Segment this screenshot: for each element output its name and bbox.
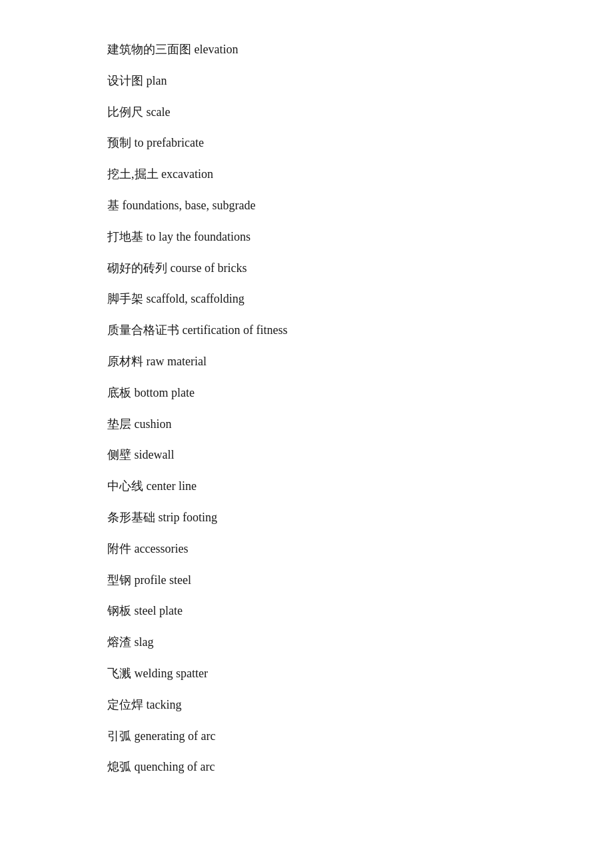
list-item: 飞溅 welding spatter [107,664,506,683]
list-item: 附件 accessories [107,539,506,559]
content-area: 建筑物的三面图 elevation设计图 plan比例尺 scale预制 to … [0,0,613,829]
term-english: welding spatter [135,667,208,680]
list-item: 设计图 plan [107,71,506,91]
list-item: 底板 bottom plate [107,383,506,403]
term-english: center line [147,479,197,493]
term-chinese: 飞溅 [107,667,131,680]
list-item: 型钢 profile steel [107,571,506,590]
term-chinese: 挖土,掘土 [107,167,159,181]
term-chinese: 原材料 [107,355,143,368]
term-chinese: 打地基 [107,230,143,243]
term-english: raw material [147,355,207,368]
list-item: 基 foundations, base, subgrade [107,196,506,215]
list-item: 脚手架 scaffold, scaffolding [107,289,506,309]
term-english: plan [147,74,167,87]
term-chinese: 引弧 [107,729,131,743]
term-chinese: 附件 [107,542,131,555]
term-chinese: 建筑物的三面图 [107,43,191,56]
term-chinese: 基 [107,199,119,212]
list-item: 打地基 to lay the foundations [107,227,506,247]
term-chinese: 中心线 [107,479,143,493]
list-item: 熔渣 slag [107,633,506,652]
term-chinese: 砌好的砖列 [107,261,167,275]
list-item: 建筑物的三面图 elevation [107,40,506,59]
term-chinese: 比例尺 [107,105,143,119]
list-item: 熄弧 quenching of arc [107,757,506,777]
term-chinese: 质量合格证书 [107,323,179,337]
term-english: strip footing [159,511,218,524]
term-english: slag [135,635,154,649]
list-item: 钢板 steel plate [107,601,506,621]
list-item: 垫层 cushion [107,415,506,434]
term-english: generating of arc [135,729,216,743]
list-item: 砌好的砖列 course of bricks [107,259,506,278]
list-item: 挖土,掘土 excavation [107,165,506,184]
term-english: steel plate [135,604,183,617]
term-english: bottom plate [135,386,195,399]
term-chinese: 底板 [107,386,131,399]
list-item: 定位焊 tacking [107,695,506,715]
term-english: tacking [147,698,182,711]
term-chinese: 型钢 [107,573,131,587]
term-english: quenching of arc [135,760,215,773]
list-item: 侧壁 sidewall [107,445,506,465]
term-english: certification of fitness [183,323,288,337]
term-english: excavation [161,167,213,181]
term-chinese: 侧壁 [107,448,131,461]
term-english: scaffold, scaffolding [147,292,245,305]
term-english: sidewall [135,448,175,461]
list-item: 预制 to prefabricate [107,133,506,153]
term-english: scale [147,105,171,119]
term-english: accessories [135,542,189,555]
term-chinese: 熔渣 [107,635,131,649]
term-english: course of bricks [171,261,247,275]
term-english: to prefabricate [135,136,204,149]
term-english: elevation [195,43,239,56]
term-chinese: 钢板 [107,604,131,617]
term-english: to lay the foundations [147,230,251,243]
term-english: profile steel [135,573,191,587]
list-item: 条形基础 strip footing [107,508,506,527]
term-chinese: 定位焊 [107,698,143,711]
term-chinese: 条形基础 [107,511,155,524]
term-english: foundations, base, subgrade [123,199,256,212]
term-chinese: 脚手架 [107,292,143,305]
term-chinese: 熄弧 [107,760,131,773]
term-chinese: 垫层 [107,417,131,431]
term-english: cushion [135,417,172,431]
term-chinese: 预制 [107,136,131,149]
list-item: 质量合格证书 certification of fitness [107,321,506,340]
list-item: 原材料 raw material [107,352,506,371]
list-item: 引弧 generating of arc [107,727,506,746]
term-chinese: 设计图 [107,74,143,87]
list-item: 比例尺 scale [107,103,506,122]
list-item: 中心线 center line [107,477,506,496]
